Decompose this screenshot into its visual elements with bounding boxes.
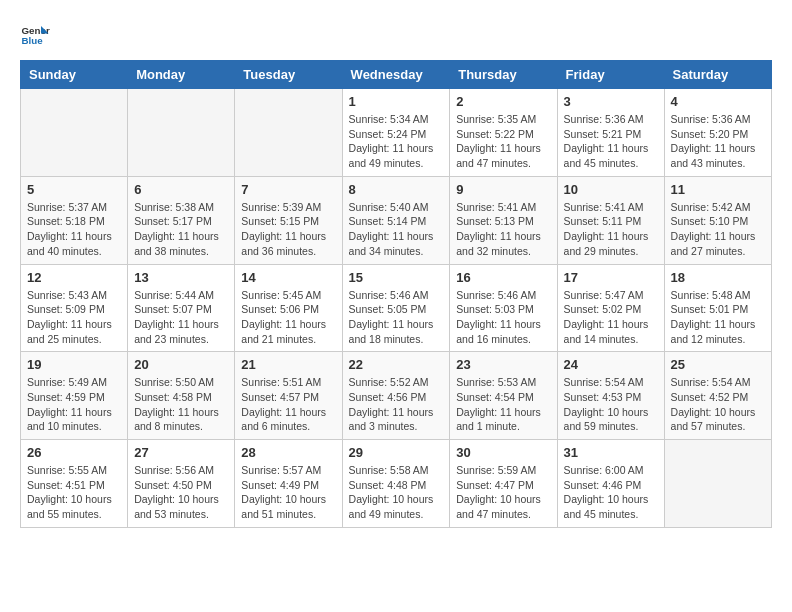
calendar-cell: 19Sunrise: 5:49 AMSunset: 4:59 PMDayligh… xyxy=(21,352,128,440)
day-info: Sunrise: 5:41 AMSunset: 5:13 PMDaylight:… xyxy=(456,200,550,259)
calendar-week-row: 5Sunrise: 5:37 AMSunset: 5:18 PMDaylight… xyxy=(21,176,772,264)
calendar-cell: 4Sunrise: 5:36 AMSunset: 5:20 PMDaylight… xyxy=(664,89,771,177)
calendar-week-row: 1Sunrise: 5:34 AMSunset: 5:24 PMDaylight… xyxy=(21,89,772,177)
day-info: Sunrise: 5:57 AMSunset: 4:49 PMDaylight:… xyxy=(241,463,335,522)
calendar-cell: 16Sunrise: 5:46 AMSunset: 5:03 PMDayligh… xyxy=(450,264,557,352)
day-info: Sunrise: 5:36 AMSunset: 5:21 PMDaylight:… xyxy=(564,112,658,171)
calendar-cell xyxy=(664,440,771,528)
calendar-cell: 30Sunrise: 5:59 AMSunset: 4:47 PMDayligh… xyxy=(450,440,557,528)
calendar-cell: 26Sunrise: 5:55 AMSunset: 4:51 PMDayligh… xyxy=(21,440,128,528)
calendar-cell: 29Sunrise: 5:58 AMSunset: 4:48 PMDayligh… xyxy=(342,440,450,528)
day-info: Sunrise: 5:46 AMSunset: 5:05 PMDaylight:… xyxy=(349,288,444,347)
day-number: 14 xyxy=(241,270,335,285)
calendar-cell: 8Sunrise: 5:40 AMSunset: 5:14 PMDaylight… xyxy=(342,176,450,264)
calendar-cell: 3Sunrise: 5:36 AMSunset: 5:21 PMDaylight… xyxy=(557,89,664,177)
weekday-header-monday: Monday xyxy=(128,61,235,89)
weekday-header-thursday: Thursday xyxy=(450,61,557,89)
day-number: 7 xyxy=(241,182,335,197)
day-number: 17 xyxy=(564,270,658,285)
day-info: Sunrise: 5:50 AMSunset: 4:58 PMDaylight:… xyxy=(134,375,228,434)
day-number: 13 xyxy=(134,270,228,285)
day-number: 4 xyxy=(671,94,765,109)
calendar-cell: 12Sunrise: 5:43 AMSunset: 5:09 PMDayligh… xyxy=(21,264,128,352)
day-info: Sunrise: 5:43 AMSunset: 5:09 PMDaylight:… xyxy=(27,288,121,347)
page-header: General Blue xyxy=(20,20,772,50)
day-info: Sunrise: 5:52 AMSunset: 4:56 PMDaylight:… xyxy=(349,375,444,434)
day-number: 9 xyxy=(456,182,550,197)
day-number: 23 xyxy=(456,357,550,372)
day-info: Sunrise: 5:53 AMSunset: 4:54 PMDaylight:… xyxy=(456,375,550,434)
calendar-cell: 2Sunrise: 5:35 AMSunset: 5:22 PMDaylight… xyxy=(450,89,557,177)
day-info: Sunrise: 5:49 AMSunset: 4:59 PMDaylight:… xyxy=(27,375,121,434)
logo-icon: General Blue xyxy=(20,20,50,50)
day-number: 30 xyxy=(456,445,550,460)
calendar-cell xyxy=(128,89,235,177)
calendar-cell: 21Sunrise: 5:51 AMSunset: 4:57 PMDayligh… xyxy=(235,352,342,440)
day-number: 12 xyxy=(27,270,121,285)
day-info: Sunrise: 5:36 AMSunset: 5:20 PMDaylight:… xyxy=(671,112,765,171)
calendar-table: SundayMondayTuesdayWednesdayThursdayFrid… xyxy=(20,60,772,528)
day-number: 15 xyxy=(349,270,444,285)
svg-text:Blue: Blue xyxy=(22,35,44,46)
calendar-cell xyxy=(21,89,128,177)
day-number: 27 xyxy=(134,445,228,460)
weekday-header-sunday: Sunday xyxy=(21,61,128,89)
day-info: Sunrise: 5:38 AMSunset: 5:17 PMDaylight:… xyxy=(134,200,228,259)
day-info: Sunrise: 5:47 AMSunset: 5:02 PMDaylight:… xyxy=(564,288,658,347)
day-number: 25 xyxy=(671,357,765,372)
day-info: Sunrise: 5:51 AMSunset: 4:57 PMDaylight:… xyxy=(241,375,335,434)
day-info: Sunrise: 5:54 AMSunset: 4:53 PMDaylight:… xyxy=(564,375,658,434)
calendar-cell: 23Sunrise: 5:53 AMSunset: 4:54 PMDayligh… xyxy=(450,352,557,440)
calendar-cell: 25Sunrise: 5:54 AMSunset: 4:52 PMDayligh… xyxy=(664,352,771,440)
calendar-cell: 10Sunrise: 5:41 AMSunset: 5:11 PMDayligh… xyxy=(557,176,664,264)
day-number: 26 xyxy=(27,445,121,460)
day-number: 10 xyxy=(564,182,658,197)
day-number: 19 xyxy=(27,357,121,372)
day-number: 5 xyxy=(27,182,121,197)
weekday-header-wednesday: Wednesday xyxy=(342,61,450,89)
calendar-cell: 11Sunrise: 5:42 AMSunset: 5:10 PMDayligh… xyxy=(664,176,771,264)
calendar-cell: 15Sunrise: 5:46 AMSunset: 5:05 PMDayligh… xyxy=(342,264,450,352)
day-number: 21 xyxy=(241,357,335,372)
day-number: 1 xyxy=(349,94,444,109)
logo: General Blue xyxy=(20,20,50,50)
day-number: 3 xyxy=(564,94,658,109)
day-number: 31 xyxy=(564,445,658,460)
day-info: Sunrise: 5:48 AMSunset: 5:01 PMDaylight:… xyxy=(671,288,765,347)
calendar-cell xyxy=(235,89,342,177)
day-number: 8 xyxy=(349,182,444,197)
day-number: 20 xyxy=(134,357,228,372)
calendar-cell: 7Sunrise: 5:39 AMSunset: 5:15 PMDaylight… xyxy=(235,176,342,264)
calendar-cell: 28Sunrise: 5:57 AMSunset: 4:49 PMDayligh… xyxy=(235,440,342,528)
day-info: Sunrise: 5:59 AMSunset: 4:47 PMDaylight:… xyxy=(456,463,550,522)
calendar-cell: 31Sunrise: 6:00 AMSunset: 4:46 PMDayligh… xyxy=(557,440,664,528)
calendar-header-row: SundayMondayTuesdayWednesdayThursdayFrid… xyxy=(21,61,772,89)
calendar-cell: 27Sunrise: 5:56 AMSunset: 4:50 PMDayligh… xyxy=(128,440,235,528)
day-info: Sunrise: 6:00 AMSunset: 4:46 PMDaylight:… xyxy=(564,463,658,522)
weekday-header-tuesday: Tuesday xyxy=(235,61,342,89)
weekday-header-friday: Friday xyxy=(557,61,664,89)
calendar-cell: 17Sunrise: 5:47 AMSunset: 5:02 PMDayligh… xyxy=(557,264,664,352)
day-info: Sunrise: 5:45 AMSunset: 5:06 PMDaylight:… xyxy=(241,288,335,347)
day-info: Sunrise: 5:54 AMSunset: 4:52 PMDaylight:… xyxy=(671,375,765,434)
calendar-week-row: 19Sunrise: 5:49 AMSunset: 4:59 PMDayligh… xyxy=(21,352,772,440)
day-number: 16 xyxy=(456,270,550,285)
calendar-cell: 14Sunrise: 5:45 AMSunset: 5:06 PMDayligh… xyxy=(235,264,342,352)
day-info: Sunrise: 5:44 AMSunset: 5:07 PMDaylight:… xyxy=(134,288,228,347)
weekday-header-saturday: Saturday xyxy=(664,61,771,89)
day-info: Sunrise: 5:42 AMSunset: 5:10 PMDaylight:… xyxy=(671,200,765,259)
day-info: Sunrise: 5:55 AMSunset: 4:51 PMDaylight:… xyxy=(27,463,121,522)
calendar-cell: 6Sunrise: 5:38 AMSunset: 5:17 PMDaylight… xyxy=(128,176,235,264)
calendar-cell: 13Sunrise: 5:44 AMSunset: 5:07 PMDayligh… xyxy=(128,264,235,352)
day-number: 28 xyxy=(241,445,335,460)
day-number: 6 xyxy=(134,182,228,197)
calendar-cell: 18Sunrise: 5:48 AMSunset: 5:01 PMDayligh… xyxy=(664,264,771,352)
day-info: Sunrise: 5:37 AMSunset: 5:18 PMDaylight:… xyxy=(27,200,121,259)
day-info: Sunrise: 5:35 AMSunset: 5:22 PMDaylight:… xyxy=(456,112,550,171)
calendar-week-row: 12Sunrise: 5:43 AMSunset: 5:09 PMDayligh… xyxy=(21,264,772,352)
calendar-cell: 20Sunrise: 5:50 AMSunset: 4:58 PMDayligh… xyxy=(128,352,235,440)
day-info: Sunrise: 5:34 AMSunset: 5:24 PMDaylight:… xyxy=(349,112,444,171)
day-info: Sunrise: 5:40 AMSunset: 5:14 PMDaylight:… xyxy=(349,200,444,259)
day-info: Sunrise: 5:46 AMSunset: 5:03 PMDaylight:… xyxy=(456,288,550,347)
day-number: 24 xyxy=(564,357,658,372)
